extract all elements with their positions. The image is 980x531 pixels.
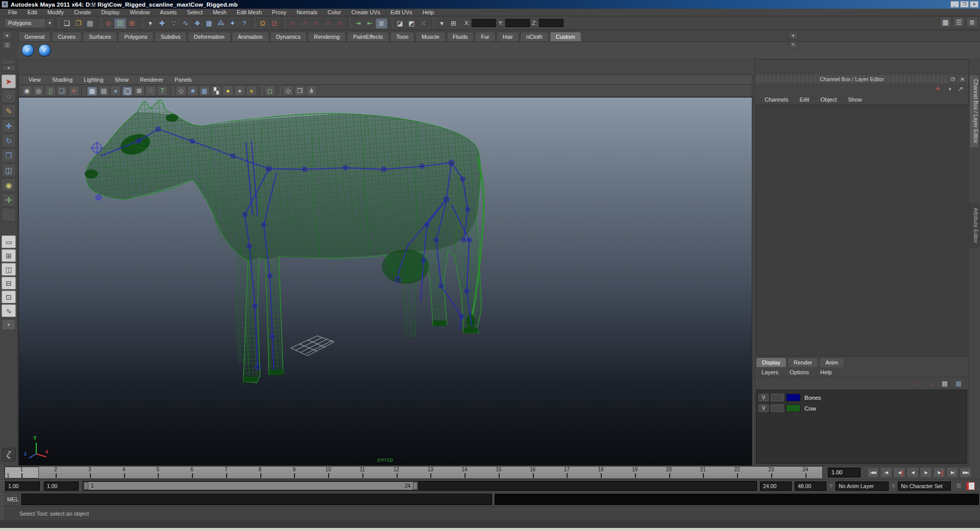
range-handle-left[interactable] — [84, 482, 88, 490]
timeline-frame-3[interactable]: 3 — [73, 467, 107, 478]
menu-edit-mesh[interactable]: Edit Mesh — [232, 9, 267, 16]
panel-menu-shading[interactable]: Shading — [46, 77, 78, 83]
menu-set-selector[interactable]: Polygons ▼ — [4, 18, 54, 28]
lighting-all-lights-icon[interactable]: ● — [223, 86, 233, 96]
playback-end-field[interactable]: 24.00 — [760, 481, 792, 491]
layer-menu-options[interactable]: Options — [784, 369, 815, 375]
rotate-tool-icon[interactable]: ↻ — [2, 134, 16, 148]
create-empty-layer-icon[interactable]: ▤ — [939, 379, 950, 388]
soft-modification-tool-icon[interactable]: ◉ — [2, 178, 16, 192]
shelf-tab-surfaces[interactable]: Surfaces — [83, 32, 117, 41]
toggle-tool-settings-icon[interactable]: ☰ — [953, 17, 965, 28]
film-gate-icon[interactable]: ▤ — [99, 86, 109, 96]
layout-hypergraph-icon[interactable]: ⊡ — [2, 291, 16, 303]
layer-row-bones[interactable]: VBones — [756, 392, 967, 403]
absolute-coord-mode-icon[interactable]: ⊞ — [448, 18, 459, 29]
shelf-tab-dynamics[interactable]: Dynamics — [270, 32, 307, 41]
shelf-tab-curves[interactable]: Curves — [52, 32, 82, 41]
panel-menu-renderer[interactable]: Renderer — [134, 77, 169, 83]
select-camera-icon[interactable]: ◉ — [21, 86, 32, 96]
mask-surfaces-icon[interactable]: ❖ — [191, 18, 203, 29]
shelf-tab-muscle[interactable]: Muscle — [415, 32, 446, 41]
toolbox-grip[interactable] — [4, 61, 13, 64]
last-tool-used-icon[interactable] — [2, 208, 16, 222]
animation-end-field[interactable]: 48.00 — [795, 481, 826, 491]
select-hierarchy-icon[interactable]: ⊙ — [103, 18, 114, 29]
layout-dropdown[interactable]: ▼ — [2, 319, 16, 330]
safe-title-icon[interactable]: T — [157, 86, 168, 96]
menu-proxy[interactable]: Proxy — [267, 9, 291, 16]
menu-window[interactable]: Window — [125, 9, 155, 16]
layer-visibility-toggle[interactable]: V — [758, 404, 769, 412]
resolution-gate-icon[interactable]: ● — [110, 86, 121, 96]
timeline-frame-5[interactable]: 5 — [141, 467, 175, 478]
layer-visibility-toggle[interactable]: V — [758, 394, 769, 401]
menu-edit-uvs[interactable]: Edit UVs — [385, 9, 418, 16]
timeline-frame-16[interactable]: 16 — [516, 467, 550, 478]
z-input[interactable] — [539, 19, 564, 27]
show-manipulator-tool-icon[interactable]: ✛ — [2, 193, 16, 207]
channel-speed-icon[interactable]: ◑ — [945, 85, 954, 93]
create-layer-from-selected-icon[interactable]: ▤ — [953, 379, 964, 388]
panel-menu-show[interactable]: Show — [109, 77, 135, 83]
smooth-shade-display-icon[interactable]: ■ — [187, 86, 198, 96]
mask-handles-icon[interactable]: ✚ — [156, 18, 168, 29]
timeline-frame-7[interactable]: 7 — [209, 467, 243, 478]
mel-input[interactable] — [21, 494, 492, 505]
field-chart-icon[interactable]: ⊠ — [134, 86, 144, 96]
mask-deformations-icon[interactable]: ▦ — [203, 18, 215, 29]
timeline-frame-2[interactable]: 2 — [39, 467, 73, 478]
timeline-frame-13[interactable]: 13 — [413, 467, 448, 478]
select-component-icon[interactable]: ⊞ — [126, 18, 138, 29]
layout-persp-graph-icon[interactable]: ∿ — [2, 304, 16, 317]
x-input[interactable] — [472, 19, 496, 27]
channel-box-menu-show[interactable]: Show — [842, 96, 868, 103]
mask-curves-icon[interactable]: ∿ — [180, 18, 191, 29]
move-layer-up-icon[interactable]: ↑ — [912, 379, 923, 388]
render-settings-icon[interactable]: ⁙ — [418, 18, 429, 29]
panel-menu-panels[interactable]: Panels — [169, 77, 198, 83]
minimize-button[interactable]: _ — [950, 1, 959, 8]
panel-title-bar[interactable]: Channel Box / Layer Editor ❐✕ — [755, 75, 968, 83]
range-track[interactable]: 1 24 — [83, 481, 757, 491]
xray-display-icon[interactable]: ◇ — [283, 86, 293, 96]
layer-menu-help[interactable]: Help — [815, 369, 838, 375]
float-panel-icon[interactable]: ❐ — [949, 76, 957, 83]
go-to-end-button[interactable]: ▶▶| — [960, 467, 972, 478]
mask-miscellaneous-icon[interactable]: ? — [238, 18, 250, 29]
menu-file[interactable]: File — [3, 9, 22, 16]
channel-select-icon[interactable]: ↗ — [956, 85, 965, 93]
play-forwards-button[interactable]: ▶ — [920, 467, 932, 478]
chevron-down-icon[interactable]: ▼ — [45, 19, 54, 28]
character-set-field[interactable]: No Character Set — [898, 481, 951, 491]
layer-display-type-toggle[interactable] — [771, 394, 784, 401]
playback-start-field[interactable]: 1.00 — [44, 481, 79, 491]
layer-color-swatch[interactable] — [786, 404, 800, 412]
shelf-tab-fur[interactable]: Fur — [475, 32, 496, 41]
timeline-frame-21[interactable]: 21 — [686, 467, 720, 478]
textured-display-icon[interactable]: ▩ — [199, 86, 210, 96]
time-slider[interactable]: 1123456789101112131415161718192021222324 — [4, 466, 823, 479]
shelf-tab-hair[interactable]: Hair — [497, 32, 519, 41]
perspective-viewport[interactable]: Y x z persp — [18, 97, 752, 466]
isolate-select-icon[interactable]: ◻ — [264, 86, 275, 96]
close-button[interactable]: ✕ — [970, 1, 978, 8]
toggle-channel-box-icon[interactable]: ▦ — [940, 17, 951, 28]
menu-create[interactable]: Create — [69, 9, 96, 16]
range-slider-grip[interactable] — [0, 480, 4, 492]
save-scene-icon[interactable]: ▤ — [84, 18, 96, 29]
timeline-frame-4[interactable]: 4 — [107, 467, 141, 478]
coord-entry-dropdown-icon[interactable]: ▾ — [436, 18, 448, 29]
maximize-button[interactable]: ❐ — [960, 1, 969, 8]
help-line-grip[interactable] — [0, 506, 4, 520]
shelf-tab-subdivs[interactable]: Subdivs — [155, 32, 187, 41]
scale-tool-icon[interactable]: ❒ — [2, 149, 16, 162]
shelf-editor-icon[interactable]: ✎ — [789, 41, 798, 49]
range-bar[interactable]: 1 24 — [83, 481, 418, 490]
sidebar-tab-attribute-editor[interactable]: Attribute Editor — [969, 203, 979, 248]
step-forward-frame-button[interactable]: ▶| — [946, 467, 959, 478]
range-handle-right[interactable] — [413, 482, 418, 490]
highlight-selection-icon[interactable]: ⊡ — [268, 18, 280, 29]
output-connections-icon[interactable]: ⇤ — [364, 18, 376, 29]
title-bar[interactable]: ❖ Autodesk Maya 2011 x64: D:\! Rig\Cow_R… — [0, 0, 980, 9]
